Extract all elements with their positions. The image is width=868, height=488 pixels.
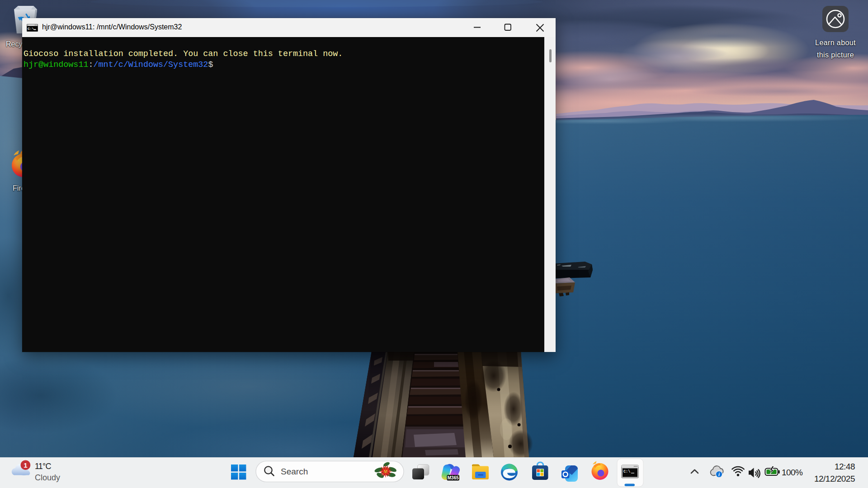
svg-text:C:\: C:\	[28, 27, 34, 31]
svg-text:C:\: C:\	[623, 469, 630, 474]
svg-text:12:48: 12:48	[835, 462, 855, 471]
svg-text:Search: Search	[281, 467, 308, 476]
svg-text:1: 1	[24, 461, 27, 469]
svg-text:Cloudy: Cloudy	[35, 473, 60, 482]
svg-text:M365: M365	[448, 475, 459, 480]
svg-text:12/12/2025: 12/12/2025	[814, 474, 855, 483]
svg-text:11°C: 11°C	[35, 462, 51, 471]
svg-text:100%: 100%	[782, 468, 803, 477]
